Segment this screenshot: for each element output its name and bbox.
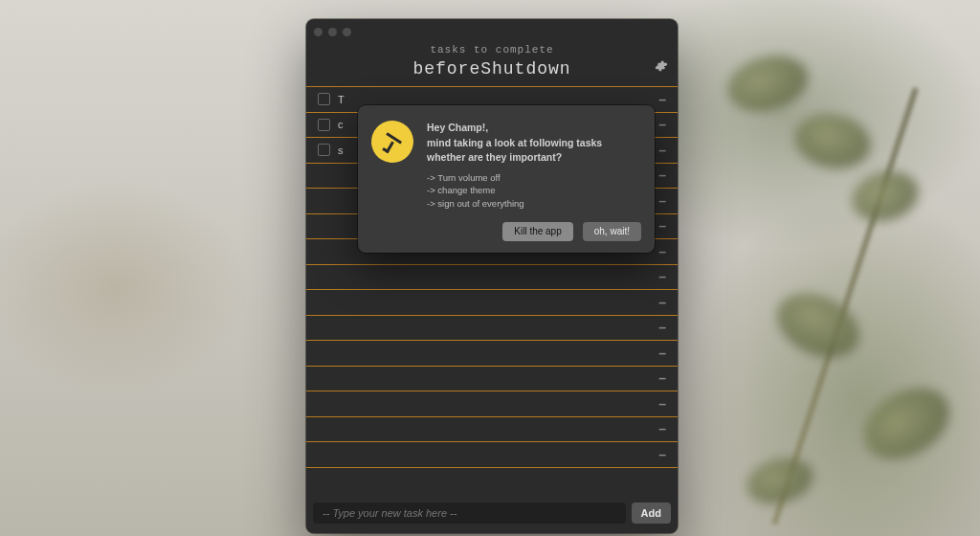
remove-task-icon[interactable]: –	[658, 295, 666, 310]
decor-leaf	[742, 452, 817, 511]
remove-task-icon[interactable]: –	[658, 143, 666, 158]
add-button[interactable]: Add	[632, 502, 671, 524]
remove-task-icon[interactable]: –	[658, 447, 666, 462]
dialog-task-item: -> change theme	[427, 184, 602, 197]
task-checkbox[interactable]	[318, 119, 330, 131]
lemon-check-icon	[367, 116, 418, 168]
dialog-text: Hey Champ!, mind taking a look at follow…	[427, 121, 602, 211]
decor-leaf	[852, 374, 962, 474]
remove-task-icon[interactable]: –	[658, 320, 666, 335]
app-footer: Add	[306, 493, 678, 533]
task-row[interactable]: –	[306, 290, 678, 316]
remove-task-icon[interactable]: –	[658, 168, 666, 183]
dialog-message-line-1: mind taking a look at following tasks	[427, 137, 602, 148]
dialog-task-item: -> Turn volume off	[427, 171, 602, 185]
task-checkbox[interactable]	[318, 93, 330, 105]
traffic-light-minimize[interactable]	[328, 28, 337, 36]
traffic-light-close[interactable]	[314, 28, 323, 36]
remove-task-icon[interactable]: –	[658, 396, 666, 412]
decor-leaf	[768, 281, 870, 369]
task-text: T	[338, 94, 651, 105]
remove-task-icon[interactable]: –	[658, 421, 666, 436]
task-checkbox[interactable]	[318, 144, 330, 156]
header-title: beforeShutdown	[306, 59, 678, 78]
remove-task-icon[interactable]: –	[658, 346, 666, 361]
dialog-greeting: Hey Champ!,	[427, 122, 488, 133]
remove-task-icon[interactable]: –	[658, 370, 666, 386]
task-row[interactable]: –	[306, 367, 678, 392]
decor-leaf	[722, 48, 813, 120]
task-row[interactable]: –	[306, 442, 678, 468]
decor-leaf	[847, 165, 924, 228]
wait-button[interactable]: oh, wait!	[583, 222, 641, 241]
task-row[interactable]: –	[306, 316, 678, 342]
task-row[interactable]: –	[306, 417, 678, 443]
task-row[interactable]: –	[306, 391, 678, 417]
dialog-task-item: -> sign out of everything	[427, 197, 602, 211]
remove-task-icon[interactable]: –	[658, 218, 666, 234]
desktop-background: tasks to complete beforeShutdown T–c–s––…	[0, 0, 980, 536]
app-window: tasks to complete beforeShutdown T–c–s––…	[306, 19, 678, 533]
confirm-dialog: Hey Champ!, mind taking a look at follow…	[358, 105, 655, 253]
kill-app-button[interactable]: Kill the app	[502, 222, 572, 241]
decor-leaf	[791, 108, 875, 173]
remove-task-icon[interactable]: –	[658, 117, 666, 132]
dialog-message-line-2: whether are they important?	[427, 151, 562, 163]
task-row[interactable]: –	[306, 265, 678, 291]
gear-icon[interactable]	[655, 59, 668, 73]
remove-task-icon[interactable]: –	[658, 244, 666, 259]
task-row[interactable]: –	[306, 341, 678, 367]
remove-task-icon[interactable]: –	[658, 269, 666, 284]
remove-task-icon[interactable]: –	[658, 92, 666, 107]
traffic-light-zoom[interactable]	[343, 28, 351, 36]
app-header: tasks to complete beforeShutdown	[306, 38, 678, 86]
window-titlebar[interactable]	[306, 19, 678, 38]
dialog-task-list: -> Turn volume off-> change theme-> sign…	[427, 171, 602, 211]
remove-task-icon[interactable]: –	[658, 193, 666, 209]
header-subtitle: tasks to complete	[306, 44, 678, 56]
new-task-input[interactable]	[313, 502, 626, 524]
